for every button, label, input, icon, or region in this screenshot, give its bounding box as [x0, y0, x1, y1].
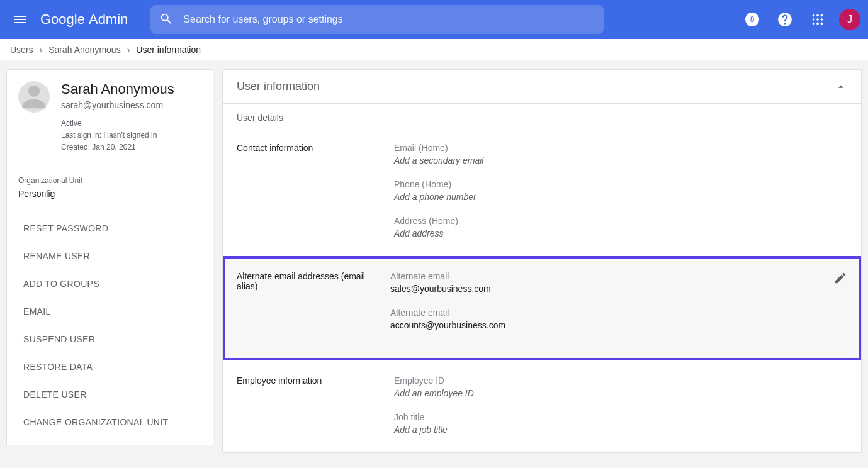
field-phone-home: Phone (Home) Add a phone number — [394, 179, 847, 202]
user-last-signin: Last sign in: Hasn't signed in — [61, 130, 174, 142]
search-bar[interactable] — [150, 5, 604, 34]
svg-point-4 — [816, 18, 819, 21]
user-sidebar: Sarah Anonymous sarah@yourbusiness.com A… — [6, 69, 213, 445]
logo-google: Google — [40, 11, 85, 28]
field-email-home: Email (Home) Add a secondary email — [394, 143, 847, 165]
svg-point-3 — [813, 18, 815, 21]
rename-user-button[interactable]: RENAME USER — [7, 242, 213, 270]
menu-icon[interactable] — [8, 7, 33, 32]
add-to-groups-button[interactable]: ADD TO GROUPS — [7, 270, 213, 298]
svg-point-7 — [816, 23, 819, 25]
alias-label: Alternate email addresses (email alias) — [237, 271, 371, 330]
field-placeholder[interactable]: Add a phone number — [394, 192, 847, 202]
reset-password-button[interactable]: RESET PASSWORD — [7, 214, 213, 242]
breadcrumb: Users › Sarah Anonymous › User informati… — [0, 39, 868, 60]
email-button[interactable]: EMAIL — [7, 298, 213, 325]
user-created: Created: Jan 20, 2021 — [61, 142, 174, 153]
field-address-home: Address (Home) Add address — [394, 216, 847, 238]
chevron-right-icon: › — [40, 45, 43, 55]
profile-block: Sarah Anonymous sarah@yourbusiness.com A… — [7, 70, 213, 167]
header-badge-button[interactable]: 8 — [741, 8, 764, 31]
restore-data-button[interactable]: RESTORE DATA — [7, 353, 213, 381]
field-alt-email-1: Alternate email sales@yourbusiness.com — [390, 271, 814, 294]
field-alt-email-2: Alternate email accounts@yourbusiness.co… — [390, 308, 814, 330]
field-label: Employee ID — [394, 376, 847, 386]
section-contact: Contact information Email (Home) Add a s… — [223, 128, 861, 256]
user-email: sarah@yourbusiness.com — [61, 100, 174, 110]
org-unit-value: Personlig — [18, 189, 201, 199]
field-label: Email (Home) — [394, 143, 847, 153]
breadcrumb-users[interactable]: Users — [10, 45, 33, 55]
content: Sarah Anonymous sarah@yourbusiness.com A… — [0, 60, 868, 462]
account-avatar[interactable]: J — [839, 9, 860, 30]
field-placeholder[interactable]: Add a secondary email — [394, 155, 847, 165]
field-employee-id: Employee ID Add an employee ID — [394, 376, 847, 398]
field-label: Phone (Home) — [394, 179, 847, 189]
field-label: Address (Home) — [394, 216, 847, 226]
svg-point-6 — [813, 23, 815, 25]
field-job-title: Job title Add a job title — [394, 412, 847, 435]
breadcrumb-user[interactable]: Sarah Anonymous — [48, 45, 120, 55]
logo-admin: Admin — [89, 11, 128, 28]
field-label: Alternate email — [390, 271, 814, 281]
search-input[interactable] — [183, 14, 595, 25]
field-label: Alternate email — [390, 308, 814, 318]
field-value: accounts@yourbusiness.com — [390, 320, 814, 330]
svg-point-1 — [816, 14, 819, 17]
contact-fields: Email (Home) Add a secondary email Phone… — [394, 143, 847, 238]
svg-point-2 — [821, 14, 823, 17]
alias-fields: Alternate email sales@yourbusiness.com A… — [390, 271, 814, 330]
user-name: Sarah Anonymous — [61, 81, 174, 98]
top-header: Google Admin 8 J — [0, 0, 868, 39]
field-placeholder[interactable]: Add a job title — [394, 425, 847, 435]
field-placeholder[interactable]: Add address — [394, 228, 847, 238]
search-icon — [159, 12, 173, 28]
breadcrumb-current: User information — [136, 45, 201, 55]
contact-label: Contact information — [237, 143, 375, 238]
sidebar-actions: RESET PASSWORD RENAME USER ADD TO GROUPS… — [7, 209, 213, 445]
change-org-unit-button[interactable]: CHANGE ORGANIZATIONAL UNIT — [7, 408, 213, 436]
panel-header: User information — [223, 70, 861, 104]
chevron-right-icon: › — [127, 45, 130, 55]
org-unit-label: Organizational Unit — [18, 176, 201, 185]
delete-user-button[interactable]: DELETE USER — [7, 381, 213, 408]
org-unit-block: Organizational Unit Personlig — [7, 167, 213, 209]
logo[interactable]: Google Admin — [40, 11, 128, 28]
profile-info: Sarah Anonymous sarah@yourbusiness.com A… — [61, 81, 174, 154]
panel-subheading: User details — [223, 104, 861, 128]
section-employee: Employee information Employee ID Add an … — [223, 360, 861, 452]
svg-point-5 — [821, 18, 823, 21]
svg-point-0 — [813, 14, 815, 17]
panel-title: User information — [237, 80, 320, 93]
collapse-icon[interactable] — [835, 81, 847, 93]
section-alias[interactable]: Alternate email addresses (email alias) … — [223, 256, 861, 360]
apps-icon[interactable] — [806, 8, 829, 31]
user-status: Active — [61, 118, 174, 130]
main-panel: User information User details Contact in… — [222, 69, 862, 453]
employee-label: Employee information — [237, 376, 375, 435]
svg-point-8 — [821, 23, 823, 25]
header-right: 8 J — [741, 8, 860, 31]
help-icon[interactable] — [774, 8, 796, 31]
employee-fields: Employee ID Add an employee ID Job title… — [394, 376, 847, 435]
edit-icon[interactable] — [833, 271, 847, 330]
badge-count: 8 — [745, 13, 759, 26]
user-avatar-icon — [18, 81, 50, 113]
field-value: sales@yourbusiness.com — [390, 284, 814, 294]
suspend-user-button[interactable]: SUSPEND USER — [7, 325, 213, 353]
field-placeholder[interactable]: Add an employee ID — [394, 388, 847, 398]
field-label: Job title — [394, 412, 847, 422]
